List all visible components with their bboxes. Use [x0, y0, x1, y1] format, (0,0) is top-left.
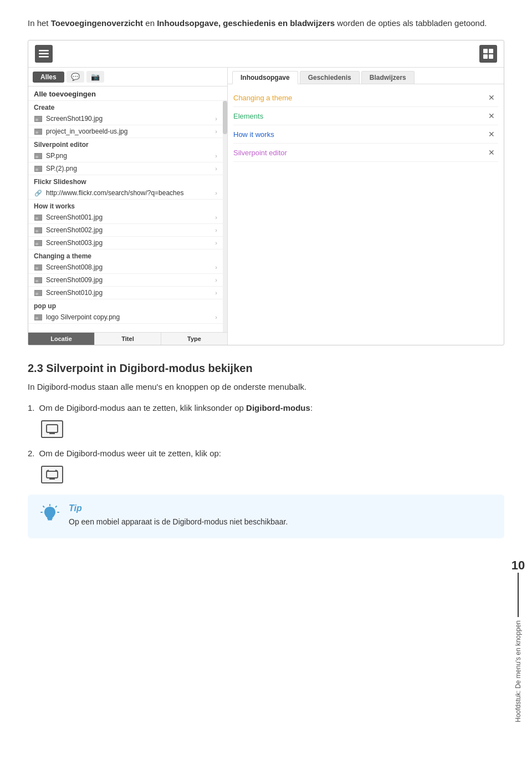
list-item[interactable]: SP.png ›	[28, 150, 223, 162]
section-heading: 2.3 Silverpoint in Digibord-modus bekijk…	[28, 362, 504, 375]
page-chapter-text: Hoofdstuk: De menu's en knoppen	[514, 620, 522, 722]
step1-text: Om de Digibord-modus aan te zetten, klik…	[39, 401, 313, 415]
svg-rect-5	[483, 54, 488, 59]
bookmark-close-silverpoint[interactable]: ✕	[485, 147, 498, 158]
bookmark-title-changing-theme[interactable]: Changing a theme	[233, 94, 485, 102]
bookmark-row: Elements ✕	[233, 107, 498, 125]
bookmark-close-elements[interactable]: ✕	[485, 110, 498, 121]
tab-locatie[interactable]: Locatie	[28, 333, 95, 345]
right-tabs: Inhoudsopgave Geschiedenis Bladwijzers	[228, 68, 504, 84]
section-header: Alle toevoegingen	[28, 86, 227, 101]
svg-rect-7	[47, 425, 58, 432]
bookmark-title-elements[interactable]: Elements	[233, 112, 485, 120]
img-icon	[34, 227, 43, 233]
digibord-off-button[interactable]	[41, 466, 63, 483]
tab-geschiedenis[interactable]: Geschiedenis	[300, 71, 360, 84]
tip-icon	[39, 503, 61, 529]
right-panel: Inhoudsopgave Geschiedenis Bladwijzers C…	[228, 68, 504, 345]
intro-text-mid1: en	[143, 18, 157, 28]
app-body: Alles 💬 📷 Alle toevoegingen Create Scree…	[28, 68, 504, 345]
list-item[interactable]: project_in_voorbeeld-us.jpg ›	[28, 125, 223, 138]
svg-rect-19	[48, 519, 52, 521]
svg-rect-1	[39, 53, 49, 55]
tab-titel[interactable]: Titel	[95, 333, 161, 345]
list-item[interactable]: ScreenShot010.jpg ›	[28, 287, 223, 299]
tab-image-icon[interactable]: 📷	[86, 71, 104, 83]
group-flickr: Flickr Slideshow	[28, 175, 223, 187]
section-body: In Digibord-modus staan alle menu's en k…	[28, 380, 504, 394]
group-silverpoint-editor: Silverpoint editor	[28, 138, 223, 150]
img-icon	[34, 128, 43, 135]
svg-rect-4	[489, 49, 493, 53]
list-item[interactable]: 🔗 http://www.flickr.com/search/show/?q=b…	[28, 187, 223, 200]
step1: 1. Om de Digibord-modus aan te zetten, k…	[28, 401, 504, 415]
intro-text-before: In het	[28, 18, 51, 28]
img-icon	[34, 152, 43, 159]
app-toolbar	[28, 40, 504, 68]
layout-icon[interactable]	[479, 45, 497, 63]
list-item[interactable]: ScreenShot003.jpg ›	[28, 237, 223, 249]
group-popup: pop up	[28, 299, 223, 311]
list-scroll[interactable]: Create ScreenShot190.jpg › project_in_vo…	[28, 101, 223, 332]
tip-text: Op een mobiel apparaat is de Digibord-mo…	[69, 516, 288, 528]
list-item[interactable]: ScreenShot190.jpg ›	[28, 113, 223, 125]
svg-line-22	[56, 506, 57, 507]
img-icon	[34, 289, 43, 296]
svg-rect-0	[39, 50, 49, 52]
intro-paragraph: In het Toevoegingenoverzicht en Inhoudso…	[28, 17, 504, 30]
bookmark-close-changing-theme[interactable]: ✕	[485, 92, 498, 103]
tab-bladwijzers[interactable]: Bladwijzers	[361, 71, 415, 84]
list-area: Create ScreenShot190.jpg › project_in_vo…	[28, 101, 227, 332]
left-tab-bar: Alles 💬 📷	[28, 68, 227, 86]
intro-text-after: worden de opties als tabbladen getoond.	[335, 18, 487, 28]
img-icon	[34, 240, 43, 246]
list-item[interactable]: ScreenShot002.jpg ›	[28, 224, 223, 237]
tip-content: Tip Op een mobiel apparaat is de Digibor…	[69, 503, 288, 528]
img-icon	[34, 214, 43, 221]
intro-bold2: Inhoudsopgave, geschiedenis en bladwijze…	[157, 18, 335, 28]
intro-bold1: Toevoegingenoverzicht	[51, 18, 143, 28]
group-how-it-works: How it works	[28, 200, 223, 211]
bookmark-title-silverpoint[interactable]: Silverpoint editor	[233, 149, 485, 157]
tab-chat-icon[interactable]: 💬	[66, 71, 84, 83]
tab-alles[interactable]: Alles	[33, 72, 64, 83]
bookmark-list: Changing a theme ✕ Elements ✕ How it wor…	[228, 84, 504, 166]
tab-type[interactable]: Type	[161, 333, 227, 345]
img-icon	[34, 165, 43, 172]
bookmark-row: Changing a theme ✕	[233, 89, 498, 107]
svg-rect-6	[489, 54, 493, 59]
img-icon	[34, 314, 43, 320]
bookmark-title-how-it-works[interactable]: How it works	[233, 130, 485, 139]
sidebar-line	[518, 573, 519, 617]
list-item[interactable]: ScreenShot008.jpg ›	[28, 261, 223, 274]
step2-num: 2.	[28, 447, 35, 460]
digibord-on-button[interactable]	[41, 420, 63, 438]
tip-box: Tip Op een mobiel apparaat is de Digibor…	[28, 495, 504, 538]
tab-inhoudsopgave[interactable]: Inhoudsopgave	[232, 71, 298, 84]
step2: 2. Om de Digibord-modus weer uit te zett…	[28, 447, 504, 460]
group-create: Create	[28, 101, 223, 113]
scrollbar-track[interactable]	[223, 101, 227, 332]
svg-line-21	[43, 506, 44, 507]
svg-rect-11	[47, 471, 58, 478]
img-icon	[34, 277, 43, 283]
list-item[interactable]: ScreenShot009.jpg ›	[28, 274, 223, 287]
group-changing-theme: Changing a theme	[28, 249, 223, 261]
tip-label: Tip	[69, 503, 288, 513]
svg-rect-3	[483, 49, 488, 53]
page-number: 10	[511, 558, 525, 573]
scrollbar-thumb[interactable]	[223, 101, 227, 134]
bookmark-row: Silverpoint editor ✕	[233, 144, 498, 162]
svg-rect-18	[47, 517, 53, 519]
img-icon	[34, 264, 43, 271]
list-item[interactable]: logo Silverpoint copy.png ›	[28, 311, 223, 324]
link-icon: 🔗	[34, 190, 43, 196]
list-item[interactable]: SP.(2).png ›	[28, 162, 223, 175]
step2-text: Om de Digibord-modus weer uit te zetten,…	[39, 447, 221, 460]
bookmark-close-how-it-works[interactable]: ✕	[485, 129, 498, 140]
svg-rect-2	[39, 56, 49, 58]
hamburger-icon[interactable]	[35, 45, 53, 63]
bottom-tab-bar: Locatie Titel Type	[28, 332, 227, 345]
left-panel: Alles 💬 📷 Alle toevoegingen Create Scree…	[28, 68, 228, 345]
list-item[interactable]: ScreenShot001.jpg ›	[28, 211, 223, 224]
